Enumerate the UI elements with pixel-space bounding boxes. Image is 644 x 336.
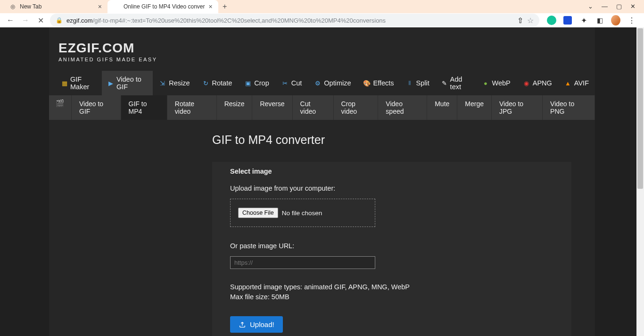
nav-icon: ▣: [244, 80, 251, 87]
back-button[interactable]: ←: [5, 15, 16, 26]
menu-dots-icon[interactable]: ⋮: [627, 16, 636, 25]
close-icon[interactable]: ×: [209, 3, 213, 10]
sub-nav-item[interactable]: Reverse: [252, 95, 292, 120]
main-nav-item[interactable]: ▣Crop: [238, 71, 275, 95]
share-icon[interactable]: ⇧: [517, 16, 523, 25]
sub-nav-item[interactable]: Cut video: [293, 95, 334, 120]
window-controls: ⌄ ― ▢ ✕: [579, 0, 644, 13]
film-icon: 🎬: [56, 99, 65, 107]
nav-label: AVIF: [574, 79, 589, 87]
main-nav-item[interactable]: ●WebP: [476, 71, 517, 95]
extension-shield-icon[interactable]: [563, 16, 572, 25]
url-label: Or paste image URL:: [230, 242, 553, 250]
fieldset-legend: Select image: [229, 168, 273, 175]
nav-label: Resize: [169, 79, 190, 87]
sub-nav-item[interactable]: Video speed: [378, 95, 427, 120]
nav-label: Effects: [373, 79, 394, 87]
forward-button[interactable]: →: [20, 15, 31, 26]
close-window-button[interactable]: ✕: [630, 3, 636, 10]
nav-label: GIF Maker: [70, 76, 96, 91]
site-header: EZGIF.COM ANIMATED GIFS MADE EASY: [49, 27, 595, 71]
page-title: GIF to MP4 converter: [212, 133, 595, 147]
nav-label: Optimize: [324, 79, 351, 87]
tab-new-tab[interactable]: ◎ New Tab ×: [4, 0, 107, 13]
close-icon[interactable]: ×: [98, 3, 102, 10]
nav-icon: ↻: [202, 80, 209, 87]
nav-icon: ✎: [442, 80, 447, 87]
scrollbar-thumb[interactable]: [637, 28, 643, 189]
main-nav-item[interactable]: 🎨Effects: [357, 71, 400, 95]
main-nav-item[interactable]: ⫴Split: [400, 71, 436, 95]
tab-title: Online GIF to MP4 Video conver: [124, 3, 205, 10]
stop-reload-button[interactable]: ✕: [35, 15, 46, 26]
extension-grammarly-icon[interactable]: [547, 16, 556, 25]
sub-nav-item[interactable]: Video to PNG: [543, 95, 595, 120]
sub-nav-item[interactable]: Video to JPG: [492, 95, 543, 120]
nav-label: Video to GIF: [116, 76, 147, 91]
main-nav-item[interactable]: ◉APNG: [517, 71, 558, 95]
side-panel-icon[interactable]: ◧: [595, 16, 604, 25]
main-nav-item[interactable]: ✎Add text: [436, 71, 476, 95]
file-status-text: No file chosen: [282, 210, 322, 217]
browser-chrome: ◎ New Tab × Online GIF to MP4 Video conv…: [0, 0, 644, 27]
sub-nav-icon-item[interactable]: 🎬: [49, 95, 72, 120]
nav-icon: ▦: [62, 80, 67, 87]
content-area: GIF to MP4 converter Select image Upload…: [49, 120, 595, 336]
choose-file-button[interactable]: Choose File: [238, 208, 278, 218]
main-nav-item[interactable]: ⚙Optimize: [308, 71, 357, 95]
sub-nav-item[interactable]: Resize: [217, 95, 253, 120]
nav-label: Rotate: [212, 79, 232, 87]
toolbar-actions: ✦ ◧ ⋮: [547, 16, 639, 25]
nav-icon: ⫴: [406, 80, 413, 87]
favicon-newtab: ◎: [9, 3, 16, 10]
tab-strip: ◎ New Tab × Online GIF to MP4 Video conv…: [0, 0, 644, 13]
url-text: ezgif.com/gif-to-mp4#:~:text=To%20use%20…: [66, 17, 386, 24]
main-nav-item[interactable]: ▦GIF Maker: [56, 71, 102, 95]
nav-label: Crop: [254, 79, 269, 87]
page-viewport: EZGIF.COM ANIMATED GIFS MADE EASY ▦GIF M…: [0, 27, 644, 336]
upload-label: Upload image from your computer:: [230, 185, 553, 192]
favicon-ezgif: [113, 3, 120, 10]
upload-button-label: Upload!: [250, 320, 274, 328]
sub-nav-item[interactable]: Rotate video: [167, 95, 217, 120]
upload-button[interactable]: Upload!: [230, 316, 283, 333]
chevron-down-icon[interactable]: ⌄: [588, 3, 593, 10]
star-icon[interactable]: ☆: [527, 16, 534, 25]
address-bar[interactable]: 🔒 ezgif.com/gif-to-mp4#:~:text=To%20use%…: [50, 14, 539, 27]
nav-icon: ●: [482, 80, 489, 87]
sub-nav-item[interactable]: Video to GIF: [72, 95, 121, 120]
main-nav: ▦GIF Maker▶Video to GIF⇲Resize↻Rotate▣Cr…: [49, 71, 595, 95]
main-nav-item[interactable]: ▶Video to GIF: [102, 71, 153, 95]
maximize-button[interactable]: ▢: [616, 3, 622, 10]
browser-toolbar: ← → ✕ 🔒 ezgif.com/gif-to-mp4#:~:text=To%…: [0, 13, 644, 27]
nav-label: WebP: [492, 79, 511, 87]
profile-avatar[interactable]: [611, 16, 620, 25]
lock-icon: 🔒: [56, 17, 63, 24]
sub-nav-item[interactable]: GIF to MP4: [121, 95, 167, 120]
supported-types-text: Supported image types: animated GIF, APN…: [230, 282, 553, 292]
max-size-text: Max file size: 50MB: [230, 292, 553, 302]
main-nav-item[interactable]: ✂Cut: [275, 71, 308, 95]
sub-nav-item[interactable]: Crop video: [334, 95, 379, 120]
main-nav-item[interactable]: ↻Rotate: [196, 71, 239, 95]
tab-ezgif[interactable]: Online GIF to MP4 Video conver ×: [107, 0, 218, 13]
nav-icon: ▲: [564, 80, 571, 87]
sub-nav: 🎬Video to GIFGIF to MP4Rotate videoResiz…: [49, 95, 595, 120]
sub-nav-item[interactable]: Merge: [457, 95, 492, 120]
sub-nav-item[interactable]: Mute: [427, 95, 457, 120]
logo-tagline: ANIMATED GIFS MADE EASY: [58, 57, 595, 62]
nav-label: APNG: [533, 79, 552, 87]
nav-icon: ▶: [108, 80, 114, 87]
extensions-puzzle-icon[interactable]: ✦: [579, 16, 588, 25]
logo-main[interactable]: EZGIF.COM: [58, 41, 595, 56]
url-input[interactable]: [230, 256, 375, 269]
scrollbar-track[interactable]: [636, 27, 644, 336]
main-nav-item[interactable]: ▲AVIF: [558, 71, 595, 95]
new-tab-button[interactable]: +: [218, 0, 231, 13]
nav-icon: ✂: [281, 80, 289, 87]
tab-title: New Tab: [20, 3, 94, 10]
nav-icon: ⇲: [159, 80, 166, 87]
file-drop-zone[interactable]: Choose File No file chosen: [230, 199, 375, 227]
main-nav-item[interactable]: ⇲Resize: [153, 71, 196, 95]
minimize-button[interactable]: ―: [602, 3, 608, 10]
